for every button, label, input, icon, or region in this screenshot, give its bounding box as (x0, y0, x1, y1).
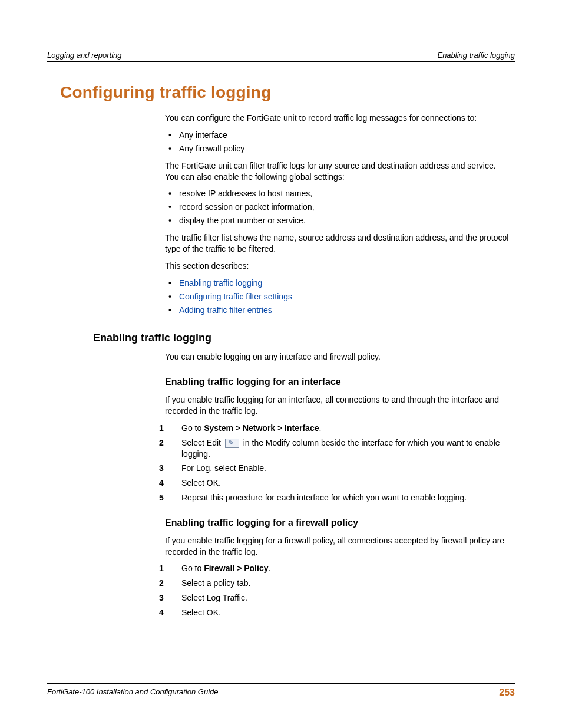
step-number: 2 (159, 578, 181, 589)
list-item: Any interface (165, 130, 511, 141)
list-item: Configuring traffic filter settings (165, 291, 511, 302)
link-bullets: Enabling traffic logging Configuring tra… (165, 278, 511, 316)
page: Logging and reporting Enabling traffic l… (0, 0, 562, 728)
step-row: 2 Select a policy tab. (159, 578, 511, 589)
list-item: resolve IP addresses to host names, (165, 188, 511, 199)
step-row: 4 Select OK. (159, 607, 511, 618)
step-body: Select Edit in the Modify column beside … (181, 437, 511, 460)
list-item: record session or packet information, (165, 202, 511, 213)
edit-icon (225, 439, 239, 448)
intro-p2: The FortiGate unit can filter traffic lo… (165, 160, 511, 183)
intro-bullets-1: Any interface Any firewall policy (165, 130, 511, 154)
policy-block: Enabling traffic logging for a firewall … (165, 516, 511, 557)
intro-p1: You can configure the FortiGate unit to … (165, 113, 511, 124)
step-row: 1 Go to System > Network > Interface. (159, 423, 511, 434)
step-bold: System > Network > Interface (204, 423, 319, 433)
step-number: 5 (159, 492, 181, 503)
policy-p1: If you enable traffic logging for a fire… (165, 535, 511, 558)
step-row: 2 Select Edit in the Modify column besid… (159, 437, 511, 460)
step-text: Select Edit (181, 438, 223, 447)
policy-steps: 1 Go to Firewall > Policy. 2 Select a po… (159, 563, 511, 618)
intro-p3: The traffic filter list shows the name, … (165, 232, 511, 255)
header-left: Logging and reporting (47, 51, 122, 60)
list-item: Any firewall policy (165, 143, 511, 154)
step-row: 1 Go to Firewall > Policy. (159, 563, 511, 574)
intro-p4: This section describes: (165, 261, 511, 272)
list-item: display the port number or service. (165, 215, 511, 226)
subheading-firewall-policy: Enabling traffic logging for a firewall … (165, 516, 511, 529)
step-number: 4 (159, 477, 181, 489)
list-item: Adding traffic filter entries (165, 305, 511, 316)
step-number: 3 (159, 463, 181, 474)
header-right: Enabling traffic logging (437, 51, 515, 60)
step-number: 3 (159, 592, 181, 604)
step-bold: Firewall > Policy (204, 564, 268, 573)
running-header: Logging and reporting Enabling traffic l… (47, 51, 515, 62)
iface-p1: If you enable traffic logging for an int… (165, 394, 511, 417)
link-configuring-traffic-filter-settings[interactable]: Configuring traffic filter settings (179, 292, 292, 301)
step-body: Select OK. (181, 477, 511, 489)
step-body: Go to System > Network > Interface. (181, 423, 511, 434)
step-body: Select Log Traffic. (181, 592, 511, 604)
step-body: Select a policy tab. (181, 578, 511, 589)
section-heading-enabling: Enabling traffic logging (93, 332, 515, 344)
step-row: 5 Repeat this procedure for each interfa… (159, 492, 511, 503)
running-footer: FortiGate-100 Installation and Configura… (47, 683, 515, 698)
link-enabling-traffic-logging[interactable]: Enabling traffic logging (179, 278, 262, 288)
step-number: 1 (159, 423, 181, 434)
step-text: Go to (181, 423, 204, 433)
step-body: For Log, select Enable. (181, 463, 511, 474)
footer-left: FortiGate-100 Installation and Configura… (47, 687, 219, 698)
step-text: Go to (181, 564, 204, 573)
list-item: Enabling traffic logging (165, 278, 511, 289)
step-body: Go to Firewall > Policy. (181, 563, 511, 574)
step-row: 3 Select Log Traffic. (159, 592, 511, 604)
step-number: 1 (159, 563, 181, 574)
step-body: Repeat this procedure for each interface… (181, 492, 511, 503)
step-row: 3 For Log, select Enable. (159, 463, 511, 474)
step-text: . (319, 423, 321, 433)
intro-block: You can configure the FortiGate unit to … (165, 113, 511, 315)
subheading-interface: Enabling traffic logging for an interfac… (165, 375, 511, 388)
step-text: . (268, 564, 270, 573)
enabling-intro: You can enable logging on any interface … (165, 351, 511, 416)
page-title: Configuring traffic logging (60, 83, 515, 102)
iface-steps: 1 Go to System > Network > Interface. 2 … (159, 423, 511, 503)
step-body: Select OK. (181, 607, 511, 618)
page-number: 253 (499, 687, 515, 698)
intro-bullets-2: resolve IP addresses to host names, reco… (165, 188, 511, 226)
enabling-p1: You can enable logging on any interface … (165, 351, 511, 363)
step-row: 4 Select OK. (159, 477, 511, 489)
link-adding-traffic-filter-entries[interactable]: Adding traffic filter entries (179, 305, 272, 315)
step-number: 2 (159, 437, 181, 460)
step-number: 4 (159, 607, 181, 618)
